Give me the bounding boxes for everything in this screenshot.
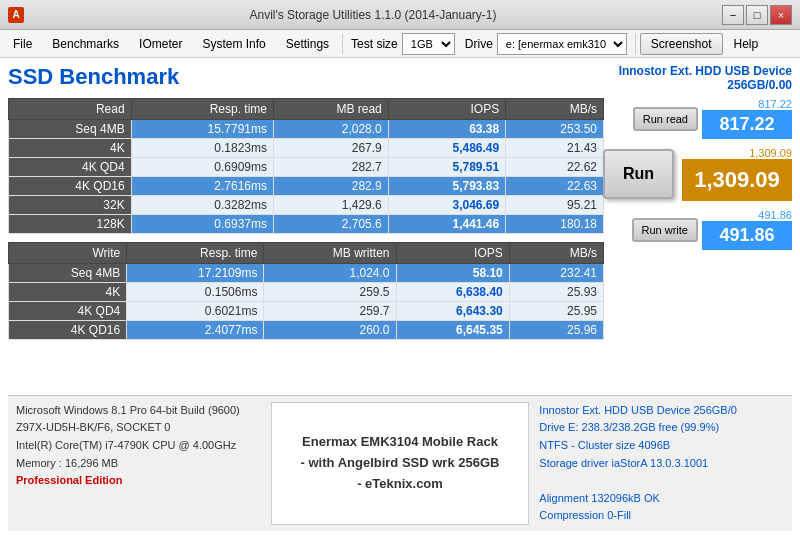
table-cell: 2,028.0 bbox=[273, 120, 388, 139]
table-cell: 5,793.83 bbox=[388, 177, 505, 196]
sys-line-4: Memory : 16,296 MB bbox=[16, 455, 261, 473]
minimize-button[interactable]: − bbox=[722, 5, 744, 25]
table-row: 4K bbox=[9, 283, 127, 302]
iops-w-col-header: IOPS bbox=[396, 243, 509, 264]
table-cell: 2.7616ms bbox=[131, 177, 273, 196]
mbs-w-col-header: MB/s bbox=[509, 243, 603, 264]
table-cell: 253.50 bbox=[506, 120, 604, 139]
table-cell: 180.18 bbox=[506, 215, 604, 234]
total-score-small: 1,309.09 bbox=[749, 147, 792, 159]
table-cell: 0.6909ms bbox=[131, 158, 273, 177]
sys-line-3: Intel(R) Core(TM) i7-4790K CPU @ 4.00GHz bbox=[16, 437, 261, 455]
screenshot-button[interactable]: Screenshot bbox=[640, 33, 723, 55]
table-cell: 259.5 bbox=[264, 283, 396, 302]
table-cell: 6,638.40 bbox=[396, 283, 509, 302]
menu-benchmarks[interactable]: Benchmarks bbox=[43, 33, 128, 55]
table-cell: 232.41 bbox=[509, 264, 603, 283]
menu-iometer[interactable]: IOmeter bbox=[130, 33, 191, 55]
run-read-group: Run read 817.22 817.22 bbox=[633, 98, 792, 139]
testsize-group: Test size 1GB bbox=[347, 33, 459, 55]
table-row: 128K bbox=[9, 215, 132, 234]
iops-col-header: IOPS bbox=[388, 99, 505, 120]
resptime-w-col-header: Resp. time bbox=[127, 243, 264, 264]
table-cell: 22.63 bbox=[506, 177, 604, 196]
table-cell: 58.10 bbox=[396, 264, 509, 283]
testsize-label: Test size bbox=[351, 37, 398, 51]
header-row: SSD Benchmark Innostor Ext. HDD USB Devi… bbox=[8, 64, 792, 92]
table-cell: 282.9 bbox=[273, 177, 388, 196]
table-row: 4K QD4 bbox=[9, 158, 132, 177]
mbread-col-header: MB read bbox=[273, 99, 388, 120]
table-row: Seq 4MB bbox=[9, 120, 132, 139]
table-cell: 2,705.6 bbox=[273, 215, 388, 234]
table-cell: 282.7 bbox=[273, 158, 388, 177]
table-cell: 63.38 bbox=[388, 120, 505, 139]
table-cell: 25.95 bbox=[509, 302, 603, 321]
mbwritten-col-header: MB written bbox=[264, 243, 396, 264]
main-content: SSD Benchmark Innostor Ext. HDD USB Devi… bbox=[0, 58, 800, 537]
table-cell: 0.1506ms bbox=[127, 283, 264, 302]
table-row: Seq 4MB bbox=[9, 264, 127, 283]
testsize-select[interactable]: 1GB bbox=[402, 33, 455, 55]
table-cell: 1,441.46 bbox=[388, 215, 505, 234]
edition-label: Professional Edition bbox=[16, 472, 261, 490]
device-line2: 256GB/0.00 bbox=[619, 78, 792, 92]
close-button[interactable]: × bbox=[770, 5, 792, 25]
maximize-button[interactable]: □ bbox=[746, 5, 768, 25]
table-cell: 95.21 bbox=[506, 196, 604, 215]
table-cell: 5,789.51 bbox=[388, 158, 505, 177]
run-write-group: Run write 491.86 491.86 bbox=[632, 209, 792, 250]
window-title: Anvil's Storage Utilities 1.1.0 (2014-Ja… bbox=[24, 8, 722, 22]
table-cell: 22.62 bbox=[506, 158, 604, 177]
write-col-header: Write bbox=[9, 243, 127, 264]
table-cell: 6,643.30 bbox=[396, 302, 509, 321]
table-cell: 1,024.0 bbox=[264, 264, 396, 283]
read-score-box: 817.22 bbox=[702, 110, 792, 139]
table-cell: 0.6937ms bbox=[131, 215, 273, 234]
sys-line-2: Z97X-UD5H-BK/F6, SOCKET 0 bbox=[16, 419, 261, 437]
table-cell: 15.7791ms bbox=[131, 120, 273, 139]
read-score-small: 817.22 bbox=[758, 98, 792, 110]
device-info: Innostor Ext. HDD USB Device 256GB/0.00 bbox=[619, 64, 792, 92]
table-row: 4K bbox=[9, 139, 132, 158]
footer-right: Innostor Ext. HDD USB Device 256GB/0Driv… bbox=[539, 402, 784, 525]
menu-file[interactable]: File bbox=[4, 33, 41, 55]
footer-left: Microsoft Windows 8.1 Pro 64-bit Build (… bbox=[16, 402, 261, 525]
content-area: Read Resp. time MB read IOPS MB/s Seq 4M… bbox=[8, 98, 792, 395]
menu-sysinfo[interactable]: System Info bbox=[193, 33, 274, 55]
table-spacer bbox=[8, 234, 604, 242]
run-write-button[interactable]: Run write bbox=[632, 218, 698, 242]
table-row: 4K QD16 bbox=[9, 177, 132, 196]
table-row: 4K QD4 bbox=[9, 302, 127, 321]
drive-label: Drive bbox=[465, 37, 493, 51]
app-icon: A bbox=[8, 7, 24, 23]
table-cell: 21.43 bbox=[506, 139, 604, 158]
table-row: 32K bbox=[9, 196, 132, 215]
table-cell: 3,046.69 bbox=[388, 196, 505, 215]
footer-center: Enermax EMK3104 Mobile Rack- with Angelb… bbox=[271, 402, 530, 525]
table-cell: 267.9 bbox=[273, 139, 388, 158]
title-bar: A Anvil's Storage Utilities 1.1.0 (2014-… bbox=[0, 0, 800, 30]
table-row: 4K QD16 bbox=[9, 321, 127, 340]
table-cell: 0.1823ms bbox=[131, 139, 273, 158]
resptime-col-header: Resp. time bbox=[131, 99, 273, 120]
window-controls: − □ × bbox=[722, 5, 792, 25]
table-section: Read Resp. time MB read IOPS MB/s Seq 4M… bbox=[8, 98, 604, 395]
table-cell: 0.6021ms bbox=[127, 302, 264, 321]
menu-settings[interactable]: Settings bbox=[277, 33, 338, 55]
page-title: SSD Benchmark bbox=[8, 64, 179, 90]
write-score-small: 491.86 bbox=[758, 209, 792, 221]
run-read-button[interactable]: Run read bbox=[633, 107, 698, 131]
drive-group: Drive e: [enermax emk3104 bbox=[461, 33, 631, 55]
run-total-group: Run 1,309.09 1,309.09 bbox=[603, 147, 792, 201]
table-cell: 0.3282ms bbox=[131, 196, 273, 215]
footer-right-text: Innostor Ext. HDD USB Device 256GB/0Driv… bbox=[539, 402, 784, 525]
menu-separator-1 bbox=[342, 34, 343, 54]
menu-separator-2 bbox=[635, 34, 636, 54]
menu-help[interactable]: Help bbox=[725, 33, 768, 55]
drive-select[interactable]: e: [enermax emk3104 bbox=[497, 33, 627, 55]
table-cell: 1,429.6 bbox=[273, 196, 388, 215]
table-cell: 5,486.49 bbox=[388, 139, 505, 158]
run-button[interactable]: Run bbox=[603, 149, 674, 199]
table-cell: 6,645.35 bbox=[396, 321, 509, 340]
